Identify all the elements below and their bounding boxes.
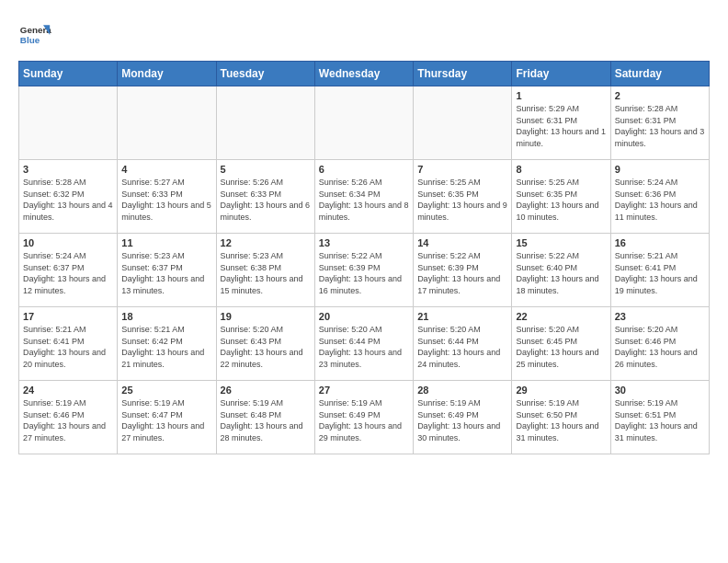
day-info: Sunrise: 5:21 AM Sunset: 6:41 PM Dayligh…: [23, 324, 113, 370]
calendar-cell: 16Sunrise: 5:21 AM Sunset: 6:41 PM Dayli…: [610, 234, 709, 307]
day-info: Sunrise: 5:20 AM Sunset: 6:46 PM Dayligh…: [615, 324, 705, 370]
calendar-cell: 21Sunrise: 5:20 AM Sunset: 6:44 PM Dayli…: [414, 307, 512, 381]
day-info: Sunrise: 5:23 AM Sunset: 6:37 PM Dayligh…: [121, 250, 211, 296]
day-number: 3: [23, 164, 113, 175]
calendar-cell: 20Sunrise: 5:20 AM Sunset: 6:44 PM Dayli…: [314, 307, 413, 381]
day-number: 27: [319, 385, 409, 396]
calendar-cell: 28Sunrise: 5:19 AM Sunset: 6:49 PM Dayli…: [414, 381, 512, 454]
calendar-cell: 5Sunrise: 5:26 AM Sunset: 6:33 PM Daylig…: [216, 160, 314, 234]
calendar-table: SundayMondayTuesdayWednesdayThursdayFrid…: [18, 61, 710, 454]
calendar-cell: [314, 86, 413, 160]
day-number: 8: [516, 164, 606, 175]
day-number: 19: [221, 311, 311, 322]
day-info: Sunrise: 5:24 AM Sunset: 6:37 PM Dayligh…: [23, 250, 113, 296]
day-info: Sunrise: 5:19 AM Sunset: 6:49 PM Dayligh…: [319, 397, 409, 443]
day-info: Sunrise: 5:22 AM Sunset: 6:39 PM Dayligh…: [319, 250, 409, 296]
day-info: Sunrise: 5:22 AM Sunset: 6:39 PM Dayligh…: [417, 250, 507, 296]
day-number: 23: [615, 311, 705, 322]
day-info: Sunrise: 5:29 AM Sunset: 6:31 PM Dayligh…: [516, 103, 606, 149]
day-number: 25: [121, 385, 211, 396]
day-info: Sunrise: 5:19 AM Sunset: 6:51 PM Dayligh…: [615, 397, 705, 443]
calendar-cell: 6Sunrise: 5:26 AM Sunset: 6:34 PM Daylig…: [314, 160, 413, 234]
day-info: Sunrise: 5:19 AM Sunset: 6:46 PM Dayligh…: [23, 397, 113, 443]
weekday-header-saturday: Saturday: [610, 62, 709, 86]
calendar-header-row: SundayMondayTuesdayWednesdayThursdayFrid…: [19, 62, 710, 86]
calendar-cell: 19Sunrise: 5:20 AM Sunset: 6:43 PM Dayli…: [216, 307, 314, 381]
day-number: 12: [221, 237, 311, 248]
day-info: Sunrise: 5:19 AM Sunset: 6:47 PM Dayligh…: [121, 397, 211, 443]
calendar-cell: 10Sunrise: 5:24 AM Sunset: 6:37 PM Dayli…: [19, 234, 118, 307]
day-info: Sunrise: 5:23 AM Sunset: 6:38 PM Dayligh…: [221, 250, 311, 296]
calendar-week-2: 10Sunrise: 5:24 AM Sunset: 6:37 PM Dayli…: [19, 234, 710, 307]
day-info: Sunrise: 5:20 AM Sunset: 6:44 PM Dayligh…: [417, 324, 507, 370]
calendar-cell: 27Sunrise: 5:19 AM Sunset: 6:49 PM Dayli…: [314, 381, 413, 454]
calendar-cell: 22Sunrise: 5:20 AM Sunset: 6:45 PM Dayli…: [512, 307, 610, 381]
calendar-cell: 2Sunrise: 5:28 AM Sunset: 6:31 PM Daylig…: [610, 86, 709, 160]
calendar-cell: 14Sunrise: 5:22 AM Sunset: 6:39 PM Dayli…: [414, 234, 512, 307]
calendar-cell: [216, 86, 314, 160]
weekday-header-monday: Monday: [118, 62, 216, 86]
calendar-cell: 9Sunrise: 5:24 AM Sunset: 6:36 PM Daylig…: [610, 160, 709, 234]
day-number: 20: [319, 311, 409, 322]
day-info: Sunrise: 5:26 AM Sunset: 6:33 PM Dayligh…: [221, 177, 311, 223]
day-number: 16: [615, 237, 705, 248]
calendar-cell: [19, 86, 118, 160]
weekday-header-wednesday: Wednesday: [314, 62, 413, 86]
day-number: 11: [121, 237, 211, 248]
calendar-cell: 17Sunrise: 5:21 AM Sunset: 6:41 PM Dayli…: [19, 307, 118, 381]
day-info: Sunrise: 5:25 AM Sunset: 6:35 PM Dayligh…: [417, 177, 507, 223]
calendar-cell: 30Sunrise: 5:19 AM Sunset: 6:51 PM Dayli…: [610, 381, 709, 454]
day-number: 5: [221, 164, 311, 175]
weekday-header-sunday: Sunday: [19, 62, 118, 86]
calendar-cell: 3Sunrise: 5:28 AM Sunset: 6:32 PM Daylig…: [19, 160, 118, 234]
day-number: 4: [121, 164, 211, 175]
calendar-cell: 25Sunrise: 5:19 AM Sunset: 6:47 PM Dayli…: [118, 381, 216, 454]
day-number: 30: [615, 385, 705, 396]
day-number: 14: [417, 237, 507, 248]
day-number: 22: [516, 311, 606, 322]
day-number: 17: [23, 311, 113, 322]
day-number: 29: [516, 385, 606, 396]
day-number: 6: [319, 164, 409, 175]
day-number: 13: [319, 237, 409, 248]
day-number: 2: [615, 90, 705, 101]
day-number: 21: [417, 311, 507, 322]
day-info: Sunrise: 5:28 AM Sunset: 6:32 PM Dayligh…: [23, 177, 113, 223]
weekday-header-thursday: Thursday: [414, 62, 512, 86]
calendar-cell: 23Sunrise: 5:20 AM Sunset: 6:46 PM Dayli…: [610, 307, 709, 381]
calendar-cell: 24Sunrise: 5:19 AM Sunset: 6:46 PM Dayli…: [19, 381, 118, 454]
weekday-header-tuesday: Tuesday: [216, 62, 314, 86]
day-info: Sunrise: 5:27 AM Sunset: 6:33 PM Dayligh…: [121, 177, 211, 223]
day-info: Sunrise: 5:20 AM Sunset: 6:43 PM Dayligh…: [221, 324, 311, 370]
weekday-header-friday: Friday: [512, 62, 610, 86]
day-number: 26: [221, 385, 311, 396]
calendar-week-1: 3Sunrise: 5:28 AM Sunset: 6:32 PM Daylig…: [19, 160, 710, 234]
calendar-cell: 7Sunrise: 5:25 AM Sunset: 6:35 PM Daylig…: [414, 160, 512, 234]
day-info: Sunrise: 5:20 AM Sunset: 6:44 PM Dayligh…: [319, 324, 409, 370]
logo-icon: General Blue: [18, 18, 51, 52]
calendar-cell: 12Sunrise: 5:23 AM Sunset: 6:38 PM Dayli…: [216, 234, 314, 307]
day-number: 24: [23, 385, 113, 396]
calendar-cell: 11Sunrise: 5:23 AM Sunset: 6:37 PM Dayli…: [118, 234, 216, 307]
calendar-cell: 1Sunrise: 5:29 AM Sunset: 6:31 PM Daylig…: [512, 86, 610, 160]
day-info: Sunrise: 5:19 AM Sunset: 6:48 PM Dayligh…: [221, 397, 311, 443]
day-info: Sunrise: 5:22 AM Sunset: 6:40 PM Dayligh…: [516, 250, 606, 296]
calendar-cell: [414, 86, 512, 160]
day-number: 1: [516, 90, 606, 101]
day-info: Sunrise: 5:24 AM Sunset: 6:36 PM Dayligh…: [615, 177, 705, 223]
logo: General Blue: [18, 18, 51, 52]
calendar-cell: 15Sunrise: 5:22 AM Sunset: 6:40 PM Dayli…: [512, 234, 610, 307]
calendar-cell: 4Sunrise: 5:27 AM Sunset: 6:33 PM Daylig…: [118, 160, 216, 234]
day-info: Sunrise: 5:21 AM Sunset: 6:42 PM Dayligh…: [121, 324, 211, 370]
calendar-cell: 18Sunrise: 5:21 AM Sunset: 6:42 PM Dayli…: [118, 307, 216, 381]
day-number: 7: [417, 164, 507, 175]
svg-text:Blue: Blue: [20, 35, 40, 45]
day-info: Sunrise: 5:25 AM Sunset: 6:35 PM Dayligh…: [516, 177, 606, 223]
day-number: 28: [417, 385, 507, 396]
calendar-cell: 26Sunrise: 5:19 AM Sunset: 6:48 PM Dayli…: [216, 381, 314, 454]
day-info: Sunrise: 5:28 AM Sunset: 6:31 PM Dayligh…: [615, 103, 705, 149]
day-number: 10: [23, 237, 113, 248]
day-number: 15: [516, 237, 606, 248]
day-info: Sunrise: 5:19 AM Sunset: 6:49 PM Dayligh…: [417, 397, 507, 443]
calendar-week-4: 24Sunrise: 5:19 AM Sunset: 6:46 PM Dayli…: [19, 381, 710, 454]
